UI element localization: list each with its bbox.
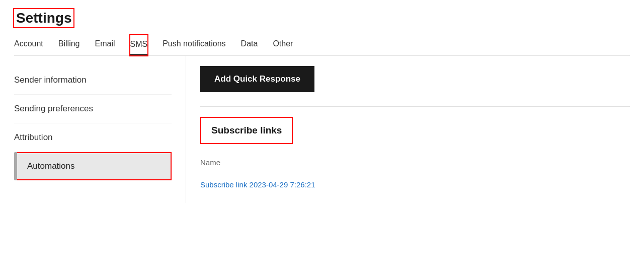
table-column-name: Name xyxy=(200,158,220,167)
table-row: Subscribe link 2023-04-29 7:26:21 xyxy=(200,176,630,193)
right-panel: Add Quick Response Subscribe links Name … xyxy=(186,56,644,203)
nav-tabs: Account Billing Email SMS Push notificat… xyxy=(14,34,630,56)
tab-billing[interactable]: Billing xyxy=(58,34,80,55)
table-header: Name xyxy=(200,158,630,172)
subscribe-link-item[interactable]: Subscribe link 2023-04-29 7:26:21 xyxy=(200,180,315,189)
tab-data[interactable]: Data xyxy=(241,34,258,55)
tab-email[interactable]: Email xyxy=(95,34,115,55)
sidebar-item-automations-row: Automations xyxy=(14,152,172,180)
page-title: Settings xyxy=(14,9,73,27)
sidebar-item-sender-information[interactable]: Sender information xyxy=(14,66,172,95)
divider xyxy=(200,106,630,107)
left-panel: Sender information Sending preferences A… xyxy=(0,56,186,203)
tab-other[interactable]: Other xyxy=(273,34,293,55)
sidebar-item-automations[interactable]: Automations xyxy=(17,152,172,180)
tab-sms[interactable]: SMS xyxy=(130,35,148,55)
subscribe-links-heading: Subscribe links xyxy=(200,117,293,144)
sidebar-item-sending-preferences[interactable]: Sending preferences xyxy=(14,95,172,123)
content-area: Sender information Sending preferences A… xyxy=(0,56,644,203)
add-quick-response-button[interactable]: Add Quick Response xyxy=(200,66,314,92)
sidebar-item-attribution[interactable]: Attribution xyxy=(14,123,172,152)
tab-account[interactable]: Account xyxy=(14,34,43,55)
subscribe-links-table: Name Subscribe link 2023-04-29 7:26:21 xyxy=(200,158,630,193)
tab-push-notifications[interactable]: Push notifications xyxy=(163,34,225,55)
